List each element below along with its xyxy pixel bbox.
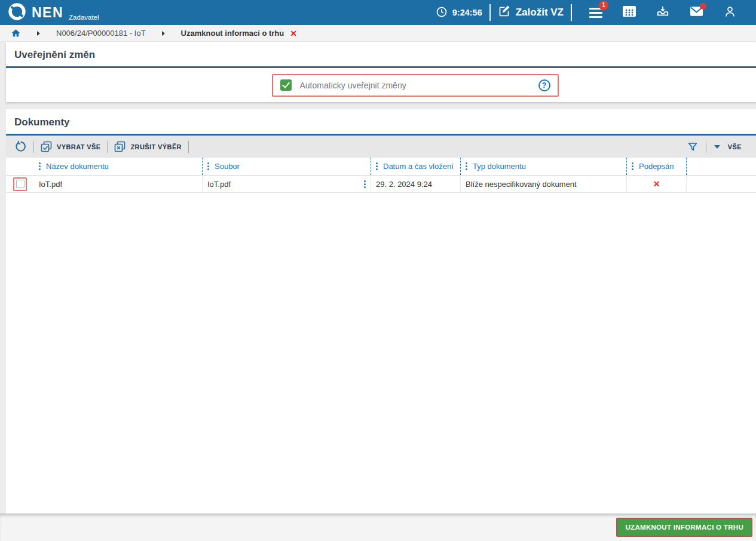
documents-table-header: Název dokumentu Soubor Datum a čas vlože… (6, 158, 756, 176)
calendar-icon (623, 5, 636, 20)
brand-role: Zadavatel (69, 14, 99, 21)
row-checkbox[interactable] (13, 177, 27, 191)
auto-publish-zone: Automaticky uveřejnit změny ? (6, 68, 756, 102)
document-inserted: 29. 2. 2024 9:24 (376, 180, 432, 189)
breadcrumb-separator-icon (37, 31, 40, 36)
lock-market-info-button[interactable]: UZAMKNOUT INFORMACI O TRHU (616, 518, 752, 537)
column-menu-icon[interactable] (207, 162, 209, 170)
messages-notification-dot (700, 3, 706, 10)
app-header: NEN Zadavatel 9:24:56 Založit VZ (0, 0, 756, 25)
section-gap (6, 102, 756, 109)
clock-time: 9:24:56 (452, 8, 482, 17)
header-cell-file[interactable]: Soubor (202, 158, 371, 175)
row-cell-file[interactable]: IoT.pdf (202, 176, 371, 192)
auto-publish-highlight-box: Automaticky uveřejnit změny ? (272, 74, 559, 97)
brand-name: NEN (32, 6, 63, 20)
column-label: Typ dokumentu (473, 162, 526, 171)
breadcrumb-current: Uzamknout informaci o trhu ✕ (181, 29, 297, 38)
calendar-button[interactable] (613, 5, 646, 20)
clear-selection-button[interactable]: ZRUŠIT VÝBĚR (114, 141, 181, 152)
table-empty-area (6, 193, 756, 514)
header-cell-signed[interactable]: Podepsán (626, 158, 686, 175)
row-cell-empty (686, 176, 756, 192)
inbox-download-icon (656, 5, 669, 20)
user-profile-button[interactable] (713, 5, 746, 20)
header-divider (571, 4, 572, 21)
column-menu-icon[interactable] (376, 162, 378, 170)
row-cell-inserted: 29. 2. 2024 9:24 (371, 176, 460, 192)
messages-button[interactable] (680, 6, 713, 19)
column-label: Název dokumentu (46, 162, 109, 171)
table-row[interactable]: IoT.pdf IoT.pdf 29. 2. 2024 9:24 Blíže n… (6, 176, 756, 193)
documents-section-title: Dokumenty (6, 109, 756, 128)
filter-scope-dropdown-icon[interactable] (714, 145, 720, 149)
session-clock: 9:24:56 (436, 6, 482, 20)
header-cell-inserted[interactable]: Datum a čas vložení (371, 158, 460, 175)
document-file: IoT.pdf (207, 180, 231, 189)
filter-scope-label[interactable]: VŠE (728, 143, 742, 150)
row-cell-type: Blíže nespecifikovaný dokument (460, 176, 626, 192)
column-menu-icon[interactable] (39, 162, 41, 170)
document-name: IoT.pdf (39, 180, 62, 189)
column-menu-icon[interactable] (466, 162, 467, 170)
documents-section: Dokumenty VYBRAT VŠE (6, 109, 756, 514)
toolbar-divider (33, 141, 34, 153)
inbox-button[interactable] (646, 5, 680, 20)
breadcrumb: N006/24/P00000181 - IoT Uzamknout inform… (0, 25, 756, 42)
not-signed-icon: ✕ (653, 179, 660, 189)
person-icon (724, 5, 736, 20)
filter-icon[interactable] (687, 142, 698, 152)
auto-publish-checkbox[interactable] (280, 79, 292, 91)
column-menu-icon[interactable] (632, 162, 633, 170)
page-content: Uveřejnění změn Automaticky uveřejnit zm… (0, 42, 756, 514)
row-cell-checkbox (6, 176, 34, 192)
documents-toolbar: VYBRAT VŠE ZRUŠIT VÝBĚR (6, 136, 756, 158)
header-cell-checkbox (6, 158, 34, 175)
column-label: Podepsán (639, 162, 674, 171)
select-all-button[interactable]: VYBRAT VŠE (41, 141, 100, 152)
row-cell-name[interactable]: IoT.pdf (34, 176, 202, 192)
publish-changes-section: Uveřejnění změn Automaticky uveřejnit zm… (6, 42, 756, 102)
document-type: Blíže nespecifikovaný dokument (466, 180, 577, 189)
row-cell-signed: ✕ (626, 176, 686, 192)
column-label: Datum a čas vložení (383, 162, 454, 171)
nen-logo-icon (7, 2, 27, 24)
create-vz-label: Založit VZ (516, 7, 564, 19)
main-menu-button[interactable]: 1 (579, 5, 613, 20)
edit-icon (498, 5, 510, 20)
breadcrumb-close-icon[interactable]: ✕ (290, 29, 297, 38)
footer-action-bar: UZAMKNOUT INFORMACI O TRHU (0, 514, 756, 541)
auto-publish-label: Automaticky uveřejnit změny (300, 81, 538, 90)
select-all-label: VYBRAT VŠE (57, 143, 100, 150)
header-cell-empty (686, 158, 756, 175)
header-cell-type[interactable]: Typ dokumentu (460, 158, 626, 175)
nen-logo[interactable]: NEN Zadavatel (7, 2, 99, 24)
header-cell-name[interactable]: Název dokumentu (34, 158, 202, 175)
publish-section-title: Uveřejnění změn (6, 42, 756, 61)
breadcrumb-current-label: Uzamknout informaci o trhu (181, 29, 284, 38)
header-divider (489, 4, 491, 21)
menu-badge: 1 (599, 1, 608, 10)
home-icon[interactable] (11, 28, 21, 38)
row-menu-icon[interactable] (364, 180, 366, 188)
refresh-button[interactable] (14, 140, 27, 153)
clear-selection-label: ZRUŠIT VÝBĚR (130, 143, 181, 150)
help-icon[interactable]: ? (538, 79, 550, 91)
column-label: Soubor (215, 162, 240, 171)
clock-icon (436, 6, 448, 20)
toolbar-divider (706, 141, 706, 153)
toolbar-divider (107, 141, 108, 153)
toolbar-divider (188, 141, 189, 153)
breadcrumb-separator-icon (162, 31, 165, 36)
breadcrumb-procurement[interactable]: N006/24/P00000181 - IoT (56, 29, 146, 38)
create-vz-button[interactable]: Založit VZ (498, 5, 564, 20)
